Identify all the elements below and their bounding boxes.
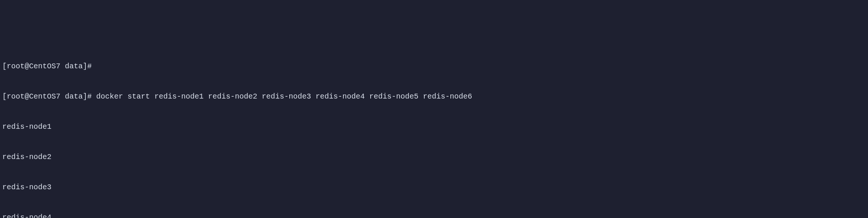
shell-prompt: [root@CentOS7 data]# — [2, 62, 92, 71]
command-text: docker start redis-node1 redis-node2 red… — [96, 92, 472, 101]
output-line: redis-node4 — [2, 212, 866, 218]
terminal-output[interactable]: [root@CentOS7 data]# [root@CentOS7 data]… — [2, 41, 866, 218]
output-line: redis-node2 — [2, 152, 866, 162]
prompt-line-empty: [root@CentOS7 data]# — [2, 61, 866, 71]
command-line-docker-start: [root@CentOS7 data]# docker start redis-… — [2, 91, 866, 102]
output-line: redis-node1 — [2, 122, 866, 132]
output-line: redis-node3 — [2, 182, 866, 192]
shell-prompt: [root@CentOS7 data]# — [2, 92, 96, 101]
